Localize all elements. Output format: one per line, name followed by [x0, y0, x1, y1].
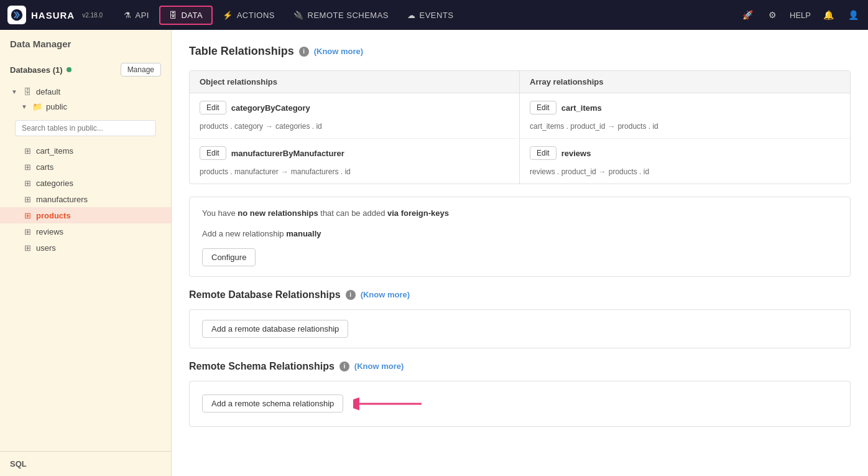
sidebar-table-users[interactable]: ⊞ users — [0, 240, 171, 256]
schema-icon: 📁 — [32, 101, 42, 111]
obj-rel-item-1: Edit categoryByCategory — [200, 101, 509, 114]
arr-rel-name-1: cart_items — [561, 103, 602, 113]
sql-label: SQL — [10, 459, 27, 469]
obj-rel-name-1: categoryByCategory — [231, 103, 310, 113]
remote-db-section-box: Add a remote database relationship — [189, 309, 851, 348]
nav-api-label: API — [135, 11, 149, 20]
help-label[interactable]: HELP — [790, 11, 811, 20]
obj-rel-1: Edit categoryByCategory products . categ… — [190, 93, 520, 138]
sidebar-item-public-schema[interactable]: ▼ 📁 public — [0, 99, 171, 114]
table-icon: ⊞ — [22, 226, 32, 236]
obj-rel-path-2: products . manufacturer → manufacturers … — [200, 167, 509, 176]
edit-reviews-btn[interactable]: Edit — [530, 146, 556, 160]
nav-data-label: DATA — [181, 11, 203, 20]
default-db-label: default — [36, 87, 60, 96]
arr-rel-name-2: reviews — [561, 149, 591, 158]
table-label: users — [36, 243, 56, 253]
table-label: categories — [36, 179, 73, 188]
know-more-link[interactable]: (Know more) — [314, 47, 363, 56]
remote-schema-section-title: Remote Schema Relationships — [189, 361, 335, 372]
remote-db-know-more-link[interactable]: (Know more) — [361, 290, 410, 299]
arrow-icon: → — [599, 167, 606, 176]
arr-rel-item-1: Edit cart_items — [530, 101, 840, 114]
remote-schema-info-icon[interactable]: i — [339, 362, 349, 371]
page-title: Table Relationships — [189, 45, 294, 58]
events-icon: ☁ — [407, 11, 416, 20]
actions-icon: ⚡ — [223, 11, 233, 20]
nav-item-actions[interactable]: ⚡ ACTIONS — [214, 7, 284, 24]
relationships-table: Object relationships Array relationships… — [189, 70, 851, 184]
logo-text: HASURA — [31, 10, 75, 21]
arrow-icon: → — [281, 167, 289, 176]
hasura-logo-icon — [7, 6, 26, 24]
table-icon: ⊞ — [22, 178, 32, 188]
notifications-icon[interactable]: 🔔 — [821, 7, 836, 22]
edit-manufacturer-btn[interactable]: Edit — [200, 146, 226, 160]
sidebar-table-manufacturers[interactable]: ⊞ manufacturers — [0, 191, 171, 207]
chevron-down-icon: ▼ — [20, 102, 29, 111]
nav-item-data[interactable]: 🗄 DATA — [159, 6, 213, 25]
edit-category-btn[interactable]: Edit — [200, 101, 226, 114]
sidebar-table-cart-items[interactable]: ⊞ cart_items — [0, 142, 171, 159]
settings-icon[interactable]: ⚙ — [765, 7, 780, 22]
add-remote-db-button[interactable]: Add a remote database relationship — [202, 320, 348, 338]
status-dot — [67, 67, 72, 72]
remote-schemas-icon: 🔌 — [293, 11, 304, 20]
sidebar-table-products[interactable]: ⊞ products — [0, 207, 171, 223]
sidebar-table-reviews[interactable]: ⊞ reviews — [0, 223, 171, 240]
obj-rel-name-2: manufacturerByManufacturer — [231, 149, 344, 158]
edit-cart-items-btn[interactable]: Edit — [530, 101, 556, 114]
user-icon[interactable]: 👤 — [846, 7, 861, 22]
arr-rel-path-1: cart_items . product_id → products . id — [530, 122, 840, 131]
nav-item-remote-schemas[interactable]: 🔌 REMOTE SCHEMAS — [285, 7, 397, 24]
object-rel-header: Object relationships — [190, 71, 520, 93]
nav-actions-label: ACTIONS — [237, 11, 275, 20]
arrow-icon: → — [265, 122, 273, 131]
rel-row-1: Edit categoryByCategory products . categ… — [190, 93, 850, 139]
notice-text-2: Add a new relationship manually — [202, 228, 838, 241]
upgrade-icon[interactable]: 🚀 — [740, 7, 755, 22]
remote-schema-know-more-link[interactable]: (Know more) — [354, 362, 404, 371]
table-label: manufacturers — [36, 195, 88, 204]
table-label: carts — [36, 162, 53, 172]
table-label: reviews — [36, 227, 63, 236]
main-content: Table Relationships i (Know more) Object… — [172, 30, 868, 476]
arr-rel-item-2: Edit reviews — [530, 146, 840, 160]
database-icon: 🗄 — [169, 11, 178, 20]
search-input[interactable] — [15, 120, 156, 136]
info-icon[interactable]: i — [299, 47, 309, 57]
array-rel-header: Array relationships — [520, 71, 850, 93]
databases-label: Databases (1) — [10, 65, 63, 75]
obj-rel-2: Edit manufacturerByManufacturer products… — [190, 139, 520, 184]
sidebar-table-carts[interactable]: ⊞ carts — [0, 159, 171, 175]
obj-rel-item-2: Edit manufacturerByManufacturer — [200, 146, 509, 160]
logo-area: HASURA v2.18.0 — [7, 6, 103, 24]
sidebar-table-categories[interactable]: ⊞ categories — [0, 175, 171, 191]
add-remote-schema-button[interactable]: Add a remote schema relationship — [202, 394, 343, 413]
nav-item-events[interactable]: ☁ EVENTS — [399, 7, 463, 24]
database-icon: 🗄 — [22, 86, 32, 96]
sidebar: Data Manager Databases (1) Manage ▼ 🗄 de… — [0, 30, 172, 476]
table-icon: ⊞ — [22, 162, 32, 172]
table-icon: ⊞ — [22, 243, 32, 253]
sql-section[interactable]: SQL — [0, 451, 171, 476]
db-tree: ▼ 🗄 default ▼ 📁 public ⊞ cart_items ⊞ ca — [0, 82, 171, 258]
configure-button[interactable]: Configure — [202, 248, 256, 266]
nav-item-api[interactable]: ⚗ API — [115, 7, 158, 24]
remote-db-info-icon[interactable]: i — [346, 290, 356, 300]
nav-remote-schemas-label: REMOTE SCHEMAS — [308, 11, 389, 20]
nav-events-label: EVENTS — [420, 11, 454, 20]
manage-button[interactable]: Manage — [121, 63, 161, 77]
remote-schema-section-box: Add a remote schema relationship — [189, 381, 851, 427]
table-label: products — [36, 211, 71, 220]
arr-rel-1: Edit cart_items cart_items . product_id … — [520, 93, 850, 138]
top-nav: HASURA v2.18.0 ⚗ API 🗄 DATA ⚡ ACTIONS 🔌 … — [0, 0, 868, 30]
main-layout: Data Manager Databases (1) Manage ▼ 🗄 de… — [0, 30, 868, 476]
sidebar-item-default-db[interactable]: ▼ 🗄 default — [0, 84, 171, 99]
notice-text: You have no new relationships that can b… — [202, 207, 838, 220]
rel-row-2: Edit manufacturerByManufacturer products… — [190, 139, 850, 184]
obj-rel-path-1: products . category → categories . id — [200, 122, 509, 131]
logo-version: v2.18.0 — [82, 12, 103, 19]
nav-right: 🚀 ⚙ HELP 🔔 👤 — [740, 7, 861, 22]
arr-rel-2: Edit reviews reviews . product_id → prod… — [520, 139, 850, 184]
